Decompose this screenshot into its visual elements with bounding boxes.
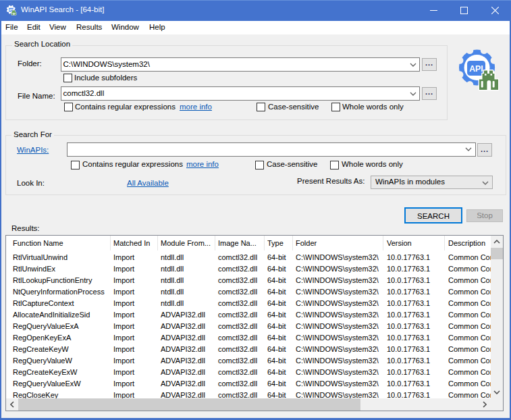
svg-text:API: API: [469, 64, 483, 74]
